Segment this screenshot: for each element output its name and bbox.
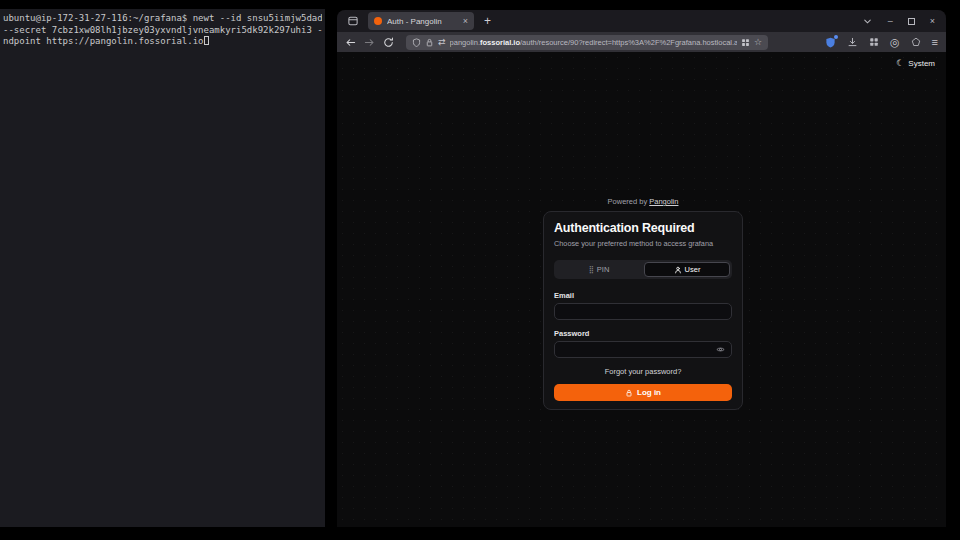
login-button[interactable]: Log in	[554, 384, 732, 401]
new-tab-button[interactable]: +	[484, 14, 491, 28]
url-subdomain: pangolin.	[450, 38, 480, 47]
email-field-wrap	[554, 303, 732, 320]
terminal-line-text: ndpoint https://pangolin.fossorial.io	[3, 36, 203, 46]
email-input[interactable]	[561, 307, 725, 316]
tab-pin[interactable]: ⣿ PIN	[556, 262, 642, 277]
login-button-label: Log in	[637, 388, 661, 397]
show-password-eye-icon[interactable]	[716, 345, 725, 354]
card-title: Authentication Required	[554, 222, 732, 235]
maximize-icon	[908, 18, 915, 25]
powered-by: Powered by Pangolin	[543, 197, 743, 206]
menu-hamburger-icon[interactable]: ≡	[932, 37, 938, 48]
maximize-button[interactable]	[908, 18, 915, 25]
forward-button[interactable]	[364, 37, 375, 48]
auth-page: ☾ System Powered by Pangolin Authenticat…	[337, 52, 946, 527]
tab-close-icon[interactable]: ×	[463, 17, 468, 26]
firefox-view-icon[interactable]	[347, 15, 359, 27]
dialpad-icon: ⣿	[589, 266, 594, 273]
window-controls: – ×	[862, 16, 935, 27]
terminal-cursor	[204, 36, 209, 45]
browser-tab-auth-pangolin[interactable]: Auth - Pangolin ×	[368, 12, 474, 30]
auth-method-tabs: ⣿ PIN User	[554, 260, 732, 279]
login-lock-icon	[625, 389, 633, 397]
reload-button[interactable]	[383, 37, 394, 48]
browser-window: Auth - Pangolin × + – ×	[337, 10, 946, 527]
browser-toolbar: ⇄ pangolin.fossorial.io/auth/resource/90…	[337, 32, 946, 52]
tab-pin-label: PIN	[597, 265, 610, 274]
terminal-window[interactable]: ubuntu@ip-172-31-27-116:~/grafana$ newt …	[0, 9, 325, 527]
close-window-button[interactable]: ×	[930, 16, 935, 26]
back-button[interactable]	[345, 37, 356, 48]
theme-toggle[interactable]: ☾ System	[896, 59, 935, 68]
tab-title: Auth - Pangolin	[387, 17, 463, 26]
extension-shield-icon[interactable]	[825, 37, 836, 48]
email-label: Email	[554, 291, 732, 300]
card-subtitle: Choose your preferred method to access g…	[554, 239, 732, 248]
pangolin-link[interactable]: Pangolin	[649, 197, 678, 206]
auth-card: Authentication Required Choose your pref…	[543, 211, 743, 410]
password-label: Password	[554, 329, 732, 338]
tab-user[interactable]: User	[644, 262, 730, 277]
tab-user-label: User	[685, 265, 701, 274]
forgot-password-link[interactable]: Forgot your password?	[554, 367, 732, 376]
url-text: pangolin.fossorial.io/auth/resource/90?r…	[450, 38, 737, 47]
adblock-target-icon[interactable]: ◎	[890, 37, 900, 48]
url-bar[interactable]: ⇄ pangolin.fossorial.io/auth/resource/90…	[406, 35, 768, 50]
url-path: /auth/resource/90?redirect=https%3A%2F%2…	[520, 38, 737, 47]
password-field-wrap	[554, 341, 732, 358]
connection-lock-icon[interactable]	[425, 38, 434, 47]
account-badge-icon[interactable]	[911, 37, 921, 47]
moon-icon: ☾	[896, 59, 904, 68]
user-icon	[674, 266, 682, 274]
pangolin-favicon	[374, 17, 382, 25]
extension-badge	[834, 35, 838, 39]
downloads-icon[interactable]	[847, 37, 858, 48]
tracking-protection-shield-icon[interactable]	[412, 38, 421, 47]
toolbar-extension-area: ◎ ≡	[825, 37, 938, 48]
extensions-grid-icon[interactable]	[869, 37, 879, 47]
url-domain: fossorial.io	[480, 38, 520, 47]
theme-label: System	[908, 59, 935, 68]
permissions-swap-icon[interactable]: ⇄	[438, 38, 446, 47]
terminal-line: --secret 7cbz1xw08lh1jbzey03yxvndljvneam…	[3, 25, 322, 37]
minimize-button[interactable]: –	[888, 16, 893, 26]
password-input[interactable]	[561, 345, 716, 354]
reader-grid-icon[interactable]	[741, 38, 750, 47]
terminal-line: ubuntu@ip-172-31-27-116:~/grafana$ newt …	[3, 13, 322, 25]
list-tabs-chevron-icon[interactable]	[862, 16, 873, 27]
terminal-line: ndpoint https://pangolin.fossorial.io	[3, 36, 322, 48]
powered-by-text: Powered by	[608, 197, 648, 206]
bookmark-star-icon[interactable]: ☆	[754, 38, 762, 47]
browser-tab-bar: Auth - Pangolin × + – ×	[337, 10, 946, 32]
